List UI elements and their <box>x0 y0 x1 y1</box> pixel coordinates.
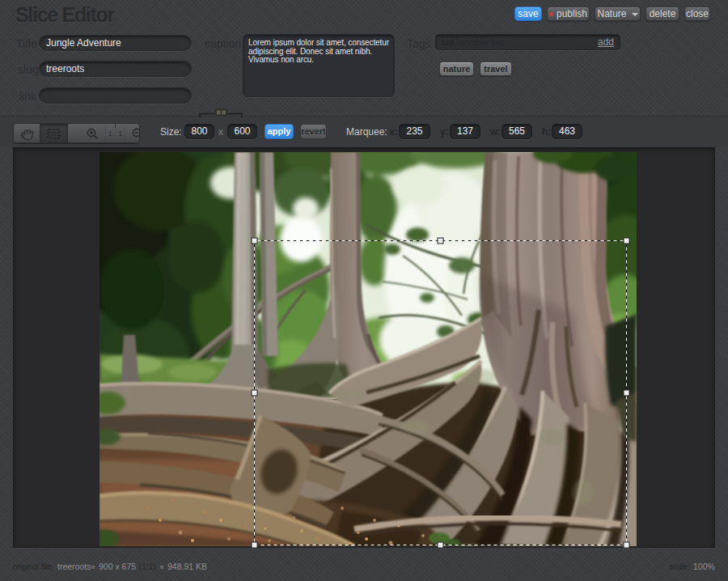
svg-text:1 : 1: 1 : 1 <box>108 129 123 138</box>
